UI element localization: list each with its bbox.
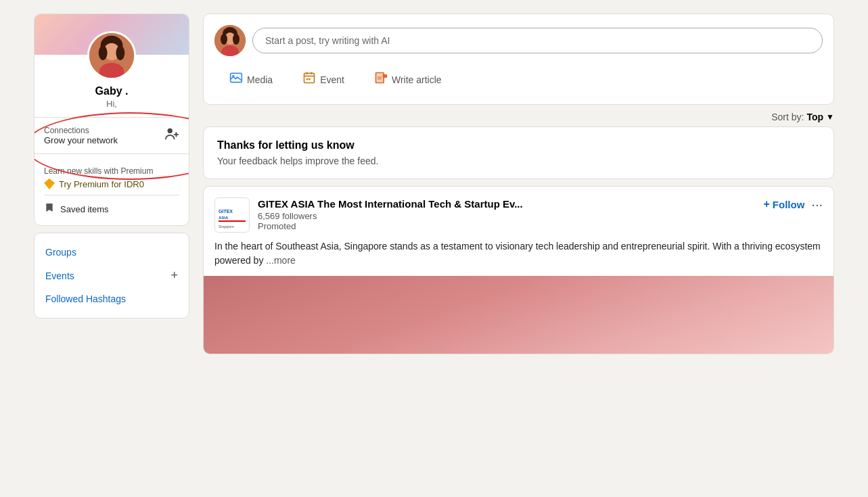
feedback-card: Thanks for letting us know Your feedback…	[203, 126, 834, 179]
groups-label: Groups	[45, 247, 76, 258]
more-options-button[interactable]: ···	[811, 197, 823, 211]
svg-point-12	[221, 34, 227, 45]
event-button[interactable]: Event	[288, 66, 359, 93]
svg-text:Singapore: Singapore	[219, 224, 234, 229]
premium-section: Learn new skills with Premium Try Premiu…	[44, 161, 179, 195]
post-input[interactable]: Start a post, try writing with AI	[252, 28, 823, 53]
media-label: Media	[247, 74, 273, 85]
sidebar-links-card: Groups Events + Followed Hashtags	[34, 233, 189, 318]
event-icon	[302, 71, 316, 88]
svg-rect-17	[304, 73, 315, 82]
read-more-link[interactable]: ...more	[266, 255, 296, 266]
followers-count: 6,569 followers	[258, 211, 755, 221]
sidebar-item-events[interactable]: Events +	[45, 263, 178, 288]
svg-rect-23	[375, 73, 384, 83]
company-info: GITEX ASIA The Most International Tech &…	[258, 197, 755, 231]
premium-cta: Try Premium for IDR0	[59, 179, 144, 189]
sort-value[interactable]: Top	[806, 112, 823, 122]
svg-text:GITEX: GITEX	[219, 209, 233, 214]
saved-items-label: Saved items	[60, 204, 109, 214]
ellipsis-icon: ···	[811, 197, 823, 212]
svg-rect-25	[382, 74, 387, 78]
composer-actions: Media Event	[214, 66, 823, 93]
feedback-subtitle: Your feedback helps improve the feed.	[217, 156, 820, 166]
profile-card: Gaby . Hi, Connections Grow your network	[34, 14, 189, 226]
hashtags-label: Followed Hashtags	[45, 293, 126, 304]
events-label: Events	[45, 270, 74, 281]
write-article-button[interactable]: Write article	[359, 66, 457, 93]
post-body: In the heart of Southeast Asia, Singapor…	[204, 239, 833, 276]
add-event-icon[interactable]: +	[170, 268, 178, 283]
company-logo[interactable]: GITEX ASIA Singapore	[214, 197, 250, 233]
avatar[interactable]	[87, 31, 136, 80]
post-composer: Start a post, try writing with AI Media	[203, 14, 834, 105]
svg-text:ASIA: ASIA	[219, 216, 229, 220]
svg-point-6	[168, 128, 173, 133]
svg-point-3	[99, 45, 108, 60]
sidebar-item-groups[interactable]: Groups	[45, 241, 178, 263]
svg-rect-22	[309, 78, 311, 80]
media-icon	[229, 71, 243, 88]
svg-rect-21	[306, 78, 309, 80]
write-article-label: Write article	[392, 74, 442, 85]
premium-diamond-icon	[44, 179, 55, 189]
post-image	[204, 276, 833, 354]
profile-greeting: Hi,	[35, 99, 189, 117]
premium-link[interactable]: Try Premium for IDR0	[44, 179, 179, 189]
event-label: Event	[320, 74, 344, 85]
company-name[interactable]: GITEX ASIA The Most International Tech &…	[258, 197, 755, 211]
chevron-down-icon[interactable]: ▼	[826, 112, 834, 122]
media-button[interactable]: Media	[214, 66, 288, 93]
promoted-header: GITEX ASIA Singapore GITEX ASIA The Most…	[204, 187, 833, 239]
feedback-title: Thanks for letting us know	[217, 139, 820, 151]
add-connection-icon[interactable]	[164, 126, 179, 145]
write-article-icon	[374, 71, 388, 88]
svg-point-4	[116, 45, 124, 60]
connections-sub: Grow your network	[44, 135, 164, 145]
saved-items[interactable]: Saved items	[44, 195, 179, 218]
post-text: In the heart of Southeast Asia, Singapor…	[214, 241, 821, 266]
left-sidebar: Gaby . Hi, Connections Grow your network	[34, 14, 189, 354]
sort-bar: Sort by: Top ▼	[203, 112, 834, 122]
svg-point-16	[232, 75, 234, 77]
connections-label: Connections	[44, 126, 164, 135]
sort-by-label: Sort by:	[771, 112, 804, 122]
sidebar-item-hashtags[interactable]: Followed Hashtags	[45, 288, 178, 310]
post-image-inner	[204, 276, 833, 354]
plus-icon: +	[763, 198, 769, 210]
profile-name: Gaby .	[35, 85, 189, 99]
bookmark-icon	[44, 202, 55, 216]
premium-label: Learn new skills with Premium	[44, 166, 179, 176]
main-feed: Start a post, try writing with AI Media	[203, 14, 834, 354]
post-actions: + Follow ···	[763, 197, 823, 211]
follow-button[interactable]: + Follow	[763, 198, 804, 210]
follow-label: Follow	[773, 199, 805, 210]
promoted-post-card: GITEX ASIA Singapore GITEX ASIA The Most…	[203, 186, 834, 354]
connections-section[interactable]: Connections Grow your network	[35, 118, 189, 153]
promoted-tag: Promoted	[258, 221, 755, 231]
svg-rect-31	[219, 220, 246, 222]
svg-point-13	[233, 34, 239, 45]
composer-avatar	[214, 25, 246, 56]
